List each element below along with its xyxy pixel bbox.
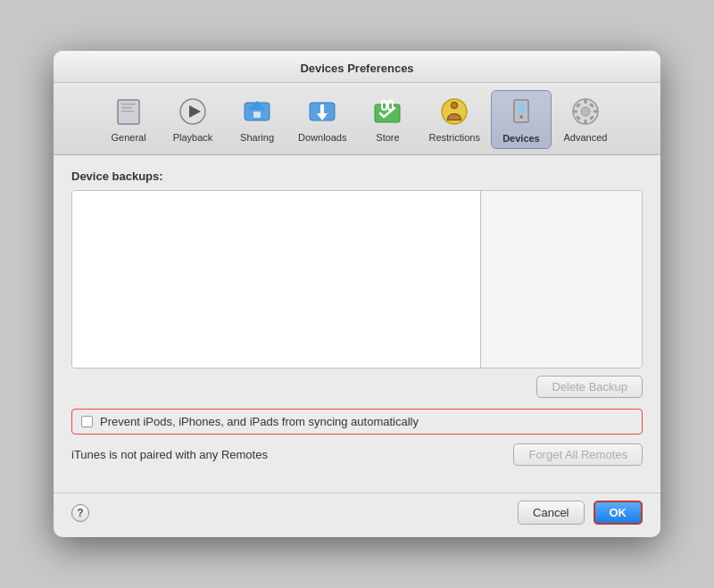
backup-table xyxy=(71,190,643,369)
dialog-title: Devices Preferences xyxy=(54,62,660,75)
cancel-button[interactable]: Cancel xyxy=(518,501,584,525)
svg-rect-25 xyxy=(573,111,577,113)
prevent-sync-box: Prevent iPods, iPhones, and iPads from s… xyxy=(71,409,643,435)
general-label: General xyxy=(111,132,145,143)
ok-button[interactable]: OK xyxy=(594,501,643,525)
svg-point-22 xyxy=(581,107,590,116)
toolbar-item-playback[interactable]: Playback xyxy=(162,90,223,149)
svg-point-17 xyxy=(452,103,457,108)
downloads-icon xyxy=(304,94,340,129)
devices-icon xyxy=(503,95,539,130)
svg-rect-19 xyxy=(518,103,525,113)
svg-rect-2 xyxy=(121,107,132,109)
toolbar-item-store[interactable]: Store xyxy=(357,90,418,149)
sharing-label: Sharing xyxy=(240,132,274,143)
svg-rect-23 xyxy=(584,99,586,104)
forget-remotes-button[interactable]: Forget All Remotes xyxy=(513,443,643,466)
toolbar-item-devices[interactable]: Devices xyxy=(491,90,552,149)
store-icon xyxy=(369,94,405,129)
general-icon xyxy=(111,94,146,129)
store-label: Store xyxy=(376,132,399,143)
toolbar-item-restrictions[interactable]: Restrictions xyxy=(421,90,486,149)
footer-buttons: Cancel OK xyxy=(518,501,643,525)
playback-label: Playback xyxy=(173,132,213,143)
svg-rect-11 xyxy=(320,104,324,115)
backup-list xyxy=(72,191,481,368)
playback-icon xyxy=(175,94,211,129)
footer: ? Cancel OK xyxy=(54,493,660,537)
svg-rect-8 xyxy=(253,112,261,118)
toolbar-item-sharing[interactable]: Sharing xyxy=(227,90,287,149)
toolbar-item-general[interactable]: General xyxy=(98,90,159,149)
preferences-dialog: Devices Preferences General xyxy=(54,51,660,537)
remotes-text: iTunes is not paired with any Remotes xyxy=(71,448,268,461)
svg-rect-1 xyxy=(121,104,136,105)
advanced-label: Advanced xyxy=(563,132,607,143)
prevent-sync-checkbox[interactable] xyxy=(81,416,93,427)
delete-backup-button[interactable]: Delete Backup xyxy=(536,376,643,398)
help-button[interactable]: ? xyxy=(71,504,89,522)
sharing-icon xyxy=(239,94,275,129)
svg-point-20 xyxy=(519,115,523,119)
svg-rect-26 xyxy=(594,111,598,113)
downloads-label: Downloads xyxy=(298,132,346,143)
section-title: Device backups: xyxy=(71,170,643,183)
svg-rect-3 xyxy=(121,111,134,112)
toolbar: General Playback Sharing xyxy=(54,83,660,155)
restrictions-label: Restrictions xyxy=(428,132,479,143)
svg-rect-24 xyxy=(584,120,586,124)
content-area: Device backups: Delete Backup Prevent iP… xyxy=(54,155,660,493)
toolbar-item-advanced[interactable]: Advanced xyxy=(555,90,616,149)
prevent-sync-label: Prevent iPods, iPhones, and iPads from s… xyxy=(100,415,419,428)
delete-backup-row: Delete Backup xyxy=(71,376,643,398)
title-bar: Devices Preferences xyxy=(54,51,660,83)
toolbar-item-downloads[interactable]: Downloads xyxy=(291,90,353,149)
devices-label: Devices xyxy=(502,133,540,144)
advanced-icon xyxy=(568,94,603,129)
backup-detail xyxy=(481,191,642,368)
restrictions-icon xyxy=(436,94,472,129)
remotes-row: iTunes is not paired with any Remotes Fo… xyxy=(71,443,643,466)
